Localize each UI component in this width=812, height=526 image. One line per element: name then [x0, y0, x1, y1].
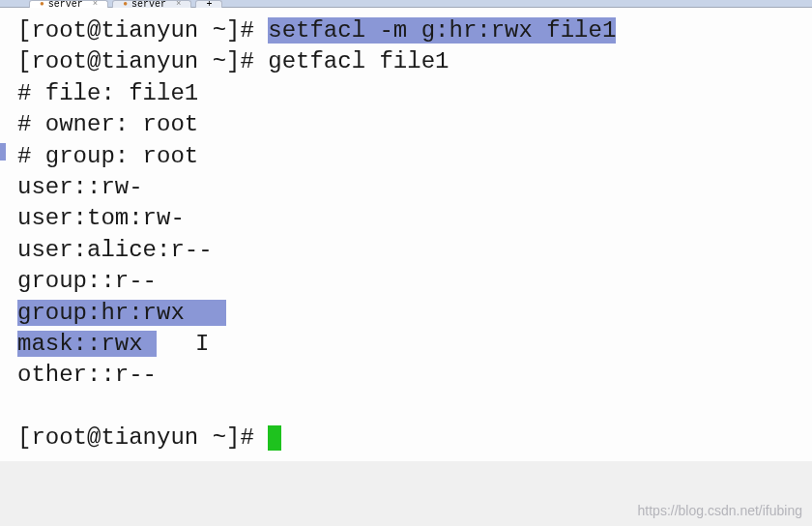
- server-icon: ●: [40, 0, 44, 8]
- blank-line: [17, 392, 804, 423]
- output-line: # group: root: [17, 141, 804, 172]
- selected-text: [185, 300, 226, 326]
- tab-bar: ● server × ● server × +: [0, 0, 812, 8]
- output-line: # owner: root: [17, 109, 804, 140]
- new-tab-button[interactable]: +: [195, 0, 222, 8]
- selected-text: group:hr:rwx: [17, 300, 185, 326]
- server-icon: ●: [123, 0, 128, 8]
- terminal-output[interactable]: [root@tianyun ~]# setfacl -m g:hr:rwx fi…: [0, 8, 812, 461]
- output-line: other::r--: [17, 360, 804, 391]
- output-line: group::r--: [17, 266, 804, 297]
- terminal-cursor: [268, 425, 281, 451]
- watermark-text: https://blog.csdn.net/ifubing: [638, 502, 802, 520]
- command-line-1: [root@tianyun ~]# setfacl -m g:hr:rwx fi…: [17, 15, 804, 46]
- command-text: getfacl file1: [268, 48, 449, 74]
- plus-icon: +: [206, 0, 212, 8]
- terminal-tab-2[interactable]: ● server ×: [112, 0, 191, 8]
- prompt-line: [root@tianyun ~]#: [17, 423, 804, 453]
- output-line: user:tom:rw-: [17, 203, 804, 234]
- output-line: user:alice:r--: [17, 235, 804, 266]
- terminal-tab-1[interactable]: ● server ×: [29, 0, 108, 8]
- output-line: user::rw-: [17, 172, 804, 203]
- tab-label: server: [48, 0, 83, 8]
- output-line-highlighted: mask::rwx I: [17, 329, 804, 360]
- text-cursor-icon: I: [195, 329, 209, 360]
- selected-text: [143, 331, 157, 357]
- command-line-2: [root@tianyun ~]# getfacl file1: [17, 46, 804, 77]
- output-line: # file: file1: [17, 78, 804, 109]
- output-line-highlighted: group:hr:rwx: [17, 298, 804, 329]
- selected-text: mask::rwx: [17, 331, 143, 357]
- shell-prompt: [root@tianyun ~]#: [17, 48, 268, 74]
- close-icon[interactable]: ×: [93, 0, 98, 8]
- close-icon[interactable]: ×: [176, 0, 181, 8]
- shell-prompt: [root@tianyun ~]#: [17, 17, 268, 44]
- shell-prompt: [root@tianyun ~]#: [17, 424, 268, 451]
- tab-label: server: [131, 0, 166, 8]
- selected-command: setfacl -m g:hr:rwx file1: [268, 17, 616, 44]
- selection-edge: [0, 143, 6, 161]
